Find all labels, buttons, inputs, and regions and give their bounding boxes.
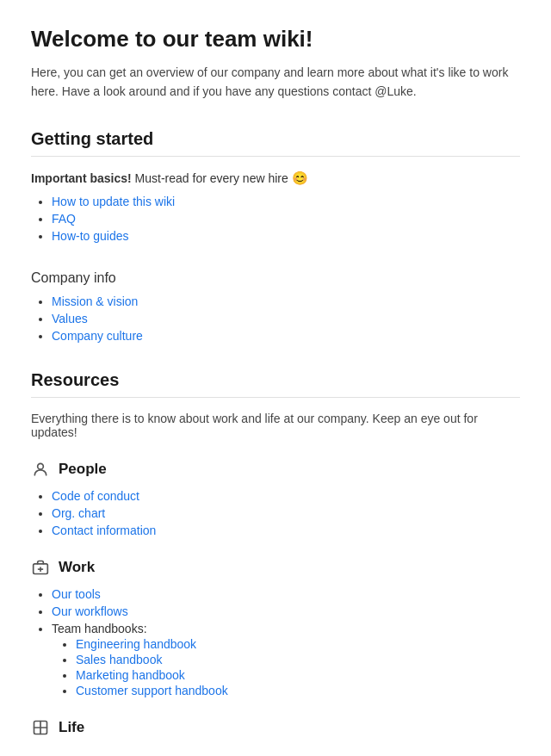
company-info-heading: Company info (31, 270, 520, 286)
work-header: Work (31, 558, 520, 577)
list-item: Our tools (52, 587, 520, 601)
resources-heading: Resources (31, 370, 520, 398)
company-culture-link[interactable]: Company culture (52, 329, 143, 343)
faq-link[interactable]: FAQ (52, 212, 76, 226)
important-basics-line: Important basics! Must-read for every ne… (31, 170, 520, 186)
sales-handbook-link[interactable]: Sales handbook (76, 653, 162, 666)
important-basics-label: Important basics! (31, 171, 132, 185)
list-item: Code of conduct (52, 489, 520, 503)
handbooks-list: Engineering handbook Sales handbook Mark… (52, 637, 520, 697)
list-item: How-to guides (52, 229, 520, 243)
list-item: Engineering handbook (76, 637, 520, 651)
list-item: Contact information (52, 524, 520, 537)
people-links: Code of conduct Org. chart Contact infor… (31, 489, 520, 537)
customer-support-handbook-link[interactable]: Customer support handbook (76, 684, 228, 697)
important-basics-emoji: 😊 (292, 170, 308, 185)
marketing-handbook-link[interactable]: Marketing handbook (76, 668, 185, 682)
how-to-guides-link[interactable]: How-to guides (52, 229, 129, 243)
list-item: Values (52, 312, 520, 325)
how-to-update-wiki-link[interactable]: How to update this wiki (52, 195, 175, 208)
our-tools-link[interactable]: Our tools (52, 587, 101, 601)
list-item: How to update this wiki (52, 195, 520, 208)
life-category: Life (31, 718, 520, 737)
people-icon (31, 460, 50, 479)
briefcase-icon (31, 558, 50, 577)
getting-started-links: How to update this wiki FAQ How-to guide… (31, 195, 520, 243)
people-label: People (59, 461, 107, 478)
list-item: FAQ (52, 212, 520, 226)
list-item: Sales handbook (76, 653, 520, 666)
work-links: Our tools Our workflows Team handbooks: … (31, 587, 520, 697)
list-item: Company culture (52, 329, 520, 343)
life-icon (31, 718, 50, 737)
life-header: Life (31, 718, 520, 737)
page-intro: Here, you can get an overview of our com… (31, 63, 520, 102)
org-chart-link[interactable]: Org. chart (52, 506, 105, 520)
people-category: People Code of conduct Org. chart Contac… (31, 460, 520, 537)
contact-information-link[interactable]: Contact information (52, 524, 156, 537)
list-item: Mission & vision (52, 294, 520, 308)
important-basics-desc: Must-read for every new hire (135, 171, 288, 185)
engineering-handbook-link[interactable]: Engineering handbook (76, 637, 196, 651)
team-handbooks-item: Team handbooks: Engineering handbook Sal… (52, 622, 520, 697)
life-label: Life (59, 719, 84, 736)
work-label: Work (59, 559, 95, 576)
resources-section: Resources Everything there is to know ab… (31, 370, 520, 737)
values-link[interactable]: Values (52, 312, 88, 325)
getting-started-section: Getting started Important basics! Must-r… (31, 129, 520, 243)
mission-vision-link[interactable]: Mission & vision (52, 294, 138, 308)
page-title: Welcome to our team wiki! (31, 26, 520, 53)
our-workflows-link[interactable]: Our workflows (52, 604, 128, 618)
list-item: Our workflows (52, 604, 520, 618)
list-item: Marketing handbook (76, 668, 520, 682)
list-item: Org. chart (52, 506, 520, 520)
code-of-conduct-link[interactable]: Code of conduct (52, 489, 139, 503)
team-handbooks-label: Team handbooks: (52, 622, 147, 635)
work-category: Work Our tools Our workflows Team handbo… (31, 558, 520, 697)
company-info-section: Company info Mission & vision Values Com… (31, 270, 520, 343)
svg-point-0 (38, 463, 44, 469)
getting-started-heading: Getting started (31, 129, 520, 157)
company-info-links: Mission & vision Values Company culture (31, 294, 520, 343)
resources-intro: Everything there is to know about work a… (31, 412, 520, 439)
list-item: Customer support handbook (76, 684, 520, 697)
people-header: People (31, 460, 520, 479)
